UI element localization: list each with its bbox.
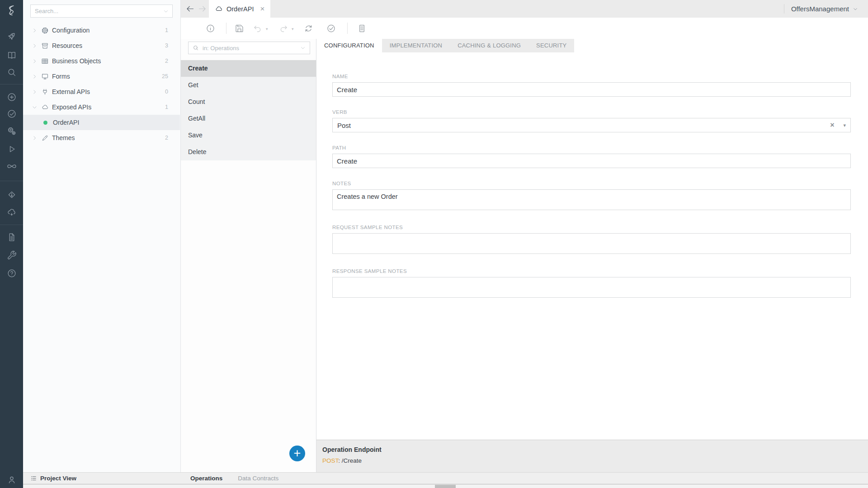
clear-icon[interactable]: ×: [830, 122, 834, 129]
save-icon[interactable]: [235, 23, 244, 33]
search-icon[interactable]: [0, 67, 23, 77]
help-icon[interactable]: [0, 268, 23, 278]
path-input[interactable]: [332, 154, 851, 168]
user-icon[interactable]: [0, 475, 23, 485]
tree-item-configuration[interactable]: Configuration 1: [23, 23, 180, 38]
name-field-group: NAME: [332, 74, 851, 97]
project-tree: Configuration 1 Resources 3 Business Obj…: [23, 23, 180, 145]
tab-caching-logging[interactable]: CACHING & LOGGING: [450, 39, 528, 52]
chevron-right-icon[interactable]: [32, 43, 38, 49]
tree-item-count: 0: [165, 89, 168, 95]
footer-tabs: Operations Data Contracts: [190, 473, 294, 484]
tree-item-label: Exposed APIs: [52, 103, 91, 111]
tree-item-orderapi[interactable]: OrderAPI: [23, 115, 180, 130]
operation-item-delete[interactable]: Delete: [181, 144, 316, 160]
tab-implementation[interactable]: IMPLEMENTATION: [382, 39, 450, 52]
operations-search-input[interactable]: [199, 45, 300, 52]
tree-item-exposed-apis[interactable]: Exposed APIs 1: [23, 99, 180, 115]
add-circle-icon[interactable]: [0, 92, 23, 102]
path-field-group: PATH: [332, 145, 851, 168]
tree-item-label: Configuration: [52, 27, 90, 34]
undo-dropdown-caret[interactable]: ▾: [266, 27, 268, 31]
verb-field-label: VERB: [332, 109, 851, 115]
check-circle-icon[interactable]: [0, 109, 23, 119]
operation-item-getall[interactable]: GetAll: [181, 110, 316, 127]
chevron-down-icon[interactable]: [163, 9, 169, 14]
response-sample-notes-textarea[interactable]: [332, 277, 851, 298]
notes-field-label: NOTES: [332, 181, 851, 186]
cloud-sync-icon[interactable]: [0, 207, 23, 217]
back-arrow-icon[interactable]: [185, 4, 195, 14]
tab-security[interactable]: SECURITY: [528, 39, 574, 52]
document-icon[interactable]: [0, 232, 23, 242]
validate-icon[interactable]: [326, 23, 336, 33]
info-icon[interactable]: [206, 23, 215, 33]
gears-icon[interactable]: [0, 126, 23, 136]
wrench-icon[interactable]: [0, 250, 23, 260]
verb-select[interactable]: Post × ▾: [332, 118, 851, 132]
tree-item-count: 1: [165, 104, 168, 110]
request-sample-notes-field-group: REQUEST SAMPLE NOTES: [332, 225, 851, 256]
tree-item-label: Themes: [52, 134, 75, 141]
footer-tab-operations[interactable]: Operations: [190, 475, 222, 482]
tab-title: OrderAPI: [226, 5, 254, 13]
refresh-icon[interactable]: [304, 23, 313, 33]
tree-item-resources[interactable]: Resources 3: [23, 38, 180, 53]
tree-item-count: 25: [162, 73, 168, 80]
notes-textarea[interactable]: Creates a new Order: [332, 189, 851, 210]
plug-icon: [41, 88, 49, 96]
horizontal-scrollbar[interactable]: [23, 484, 868, 488]
chevron-down-icon[interactable]: [32, 104, 38, 110]
forward-arrow-icon[interactable]: [198, 4, 207, 14]
chevron-right-icon[interactable]: [32, 74, 38, 80]
name-input[interactable]: [332, 82, 851, 97]
grid-icon: [41, 57, 49, 65]
activity-divider: [0, 225, 23, 225]
request-sample-notes-textarea[interactable]: [332, 233, 851, 254]
operation-editor: CONFIGURATION IMPLEMENTATION CACHING & L…: [316, 39, 868, 472]
project-search-box[interactable]: [30, 5, 173, 18]
tree-item-forms[interactable]: Forms 25: [23, 69, 180, 84]
run-icon[interactable]: [0, 144, 23, 154]
version-control-icon[interactable]: [0, 190, 23, 200]
solution-dropdown[interactable]: OffersManagement: [791, 0, 858, 18]
operation-item-save[interactable]: Save: [181, 127, 316, 144]
chevron-right-icon[interactable]: [32, 135, 38, 141]
chevron-down-icon[interactable]: ▾: [843, 123, 846, 128]
footer-tab-data-contracts[interactable]: Data Contracts: [238, 475, 278, 482]
project-view-toggle[interactable]: Project View: [30, 473, 76, 484]
operations-search-box[interactable]: [188, 42, 310, 54]
scrollbar-thumb[interactable]: [435, 485, 456, 488]
project-search-input[interactable]: [31, 8, 163, 14]
app-window: Configuration 1 Resources 3 Business Obj…: [0, 0, 868, 488]
tab-orderapi[interactable]: OrderAPI ×: [209, 0, 270, 18]
rocket-icon[interactable]: [0, 31, 23, 41]
name-field-label: NAME: [332, 74, 851, 79]
redo-icon[interactable]: [279, 23, 288, 33]
operations-list: Create Get Count GetAll Save Delete: [181, 60, 316, 160]
path-field-label: PATH: [332, 145, 851, 150]
infinity-icon[interactable]: [0, 161, 23, 171]
tree-item-business-objects[interactable]: Business Objects 2: [23, 53, 180, 69]
tree-item-themes[interactable]: Themes 2: [23, 130, 180, 145]
toolbar-divider: [226, 23, 226, 34]
operation-item-count[interactable]: Count: [181, 94, 316, 110]
configuration-form: NAME VERB Post × ▾ PATH: [332, 74, 851, 440]
undo-icon[interactable]: [253, 23, 262, 33]
chevron-down-icon[interactable]: [300, 45, 306, 51]
redo-dropdown-caret[interactable]: ▾: [292, 27, 294, 31]
chevron-right-icon[interactable]: [32, 28, 38, 33]
endpoint-path: : /Create: [338, 457, 362, 464]
add-operation-button[interactable]: +: [289, 446, 305, 461]
tree-item-external-apis[interactable]: External APIs 0: [23, 84, 180, 99]
operation-item-get[interactable]: Get: [181, 77, 316, 94]
close-icon[interactable]: ×: [260, 5, 264, 13]
chevron-down-icon: [853, 6, 858, 12]
chevron-right-icon[interactable]: [32, 89, 38, 95]
document-icon[interactable]: [357, 23, 367, 33]
operation-item-create[interactable]: Create: [181, 60, 316, 77]
tab-configuration[interactable]: CONFIGURATION: [316, 39, 382, 52]
editor-tab-strip: CONFIGURATION IMPLEMENTATION CACHING & L…: [316, 39, 574, 52]
book-icon[interactable]: [0, 50, 23, 60]
chevron-right-icon[interactable]: [32, 58, 38, 64]
